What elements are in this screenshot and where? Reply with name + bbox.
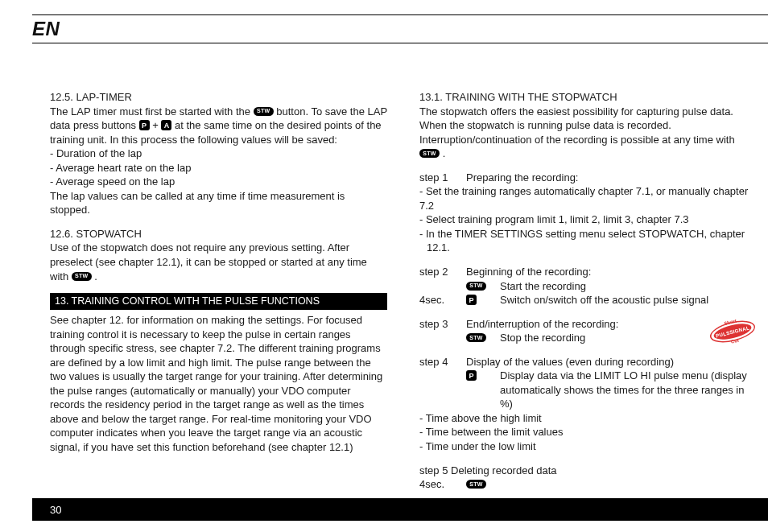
step-2-row: 4sec. P Switch on/switch off the acousti… (419, 293, 757, 307)
bullet: - In the TIMER SETTINGS setting menu sel… (419, 227, 757, 255)
stw-icon: STW (466, 282, 486, 291)
icon-col: STW (466, 477, 490, 492)
stw-icon: STW (466, 480, 486, 489)
page-number: 30 (50, 504, 61, 516)
step-4-row: P Display data via the LIMIT LO HI pulse… (419, 369, 757, 411)
left-column: 12.5. LAP-TIMER The LAP timer must first… (50, 90, 387, 484)
section-12-5-intro: The LAP timer must first be started with… (50, 105, 387, 147)
section-12-5-note: The lap values can be called at any time… (50, 189, 387, 217)
step-4-header: step 4 Display of the values (even durin… (419, 355, 757, 369)
step-5-header: step 5 Deleting recorded data (419, 464, 757, 478)
bullet: - Set the training ranges automatically … (419, 184, 757, 212)
pulssignal-badge-icon: Short PULSSIGNAL Cut (708, 314, 757, 349)
p-icon: P (466, 370, 477, 381)
step-title: Display of the values (even during recor… (466, 355, 757, 369)
step-label: step 2 (419, 265, 456, 279)
section-12-5-title: 12.5. LAP-TIMER (50, 90, 387, 105)
text: . (443, 147, 446, 159)
text: The stopwatch offers the easiest possibi… (419, 105, 735, 146)
stw-icon: STW (466, 333, 486, 342)
section-13-body: See chapter 12. for information on makin… (50, 313, 387, 454)
bullet: - Average speed on the lap (50, 175, 387, 189)
duration-label: 4sec. (419, 293, 456, 307)
step-3-row: STW Stop the recording (419, 331, 757, 345)
section-13-heading: 13. TRAINING CONTROL WITH THE PULSE FUNC… (50, 293, 387, 310)
bullet: - Average heart rate on the lap (50, 161, 387, 175)
bullet: - Time between the limit values (419, 425, 757, 439)
p-icon: P (139, 120, 150, 130)
section-12-6-body: Use of the stopwatch does not require an… (50, 241, 387, 283)
step-label: step 1 (419, 171, 456, 185)
step-5-row: 4sec. STW (419, 477, 757, 492)
text: The LAP timer must first be started with… (50, 105, 254, 118)
content-columns: 12.5. LAP-TIMER The LAP timer must first… (50, 90, 757, 484)
language-code: EN (32, 18, 60, 40)
step-1-header: step 1 Preparing the recording: (419, 171, 757, 185)
section-13-1-title: 13.1. TRAINING WITH THE STOPWATCH (419, 90, 757, 105)
step-label: step 3 (419, 317, 456, 332)
step-2-row: STW Start the recording (419, 279, 757, 294)
manual-page: EN 12.5. LAP-TIMER The LAP timer must fi… (0, 0, 768, 532)
step-3-header: step 3 End/interruption of the recording… (419, 317, 757, 332)
step-action: Start the recording (500, 279, 757, 294)
a-icon: A (161, 120, 171, 130)
bullet: - Select training program limit 1, limit… (419, 212, 757, 227)
step-label: step 4 (419, 355, 456, 369)
header-bar: EN (32, 14, 768, 43)
step-title: Beginning of the recording: (466, 265, 757, 279)
badge-bot: Cut (730, 338, 739, 344)
step-action: Switch on/switch off the acoustic pulse … (500, 293, 757, 307)
icon-col: STW (466, 331, 490, 345)
bullet: - Time above the high limit (419, 411, 757, 426)
text: . (94, 270, 97, 282)
step-action: Display data via the LIMIT LO HI pulse m… (500, 369, 757, 411)
icon-col: STW (466, 279, 490, 294)
bullet: - Time under the low limit (419, 439, 757, 454)
bullet: - Duration of the lap (50, 146, 387, 161)
step-title: Preparing the recording: (466, 171, 757, 185)
text: - In the TIMER SETTINGS setting menu sel… (419, 228, 745, 254)
p-icon: P (466, 295, 477, 305)
stw-icon: STW (419, 149, 440, 158)
step-2-header: step 2 Beginning of the recording: (419, 265, 757, 279)
icon-col: P (466, 369, 490, 383)
footer-bar: 30 (32, 498, 768, 521)
icon-col: P (466, 293, 490, 307)
right-column: 13.1. TRAINING WITH THE STOPWATCH The st… (419, 90, 757, 484)
stw-icon: STW (254, 107, 274, 116)
text: + (152, 119, 161, 131)
stw-icon: STW (72, 272, 92, 281)
text: Use of the stopwatch does not require an… (50, 241, 367, 282)
section-12-6-title: 12.6. STOPWATCH (50, 227, 387, 241)
section-13-1-intro: The stopwatch offers the easiest possibi… (419, 105, 757, 161)
duration-label: 4sec. (419, 477, 456, 492)
